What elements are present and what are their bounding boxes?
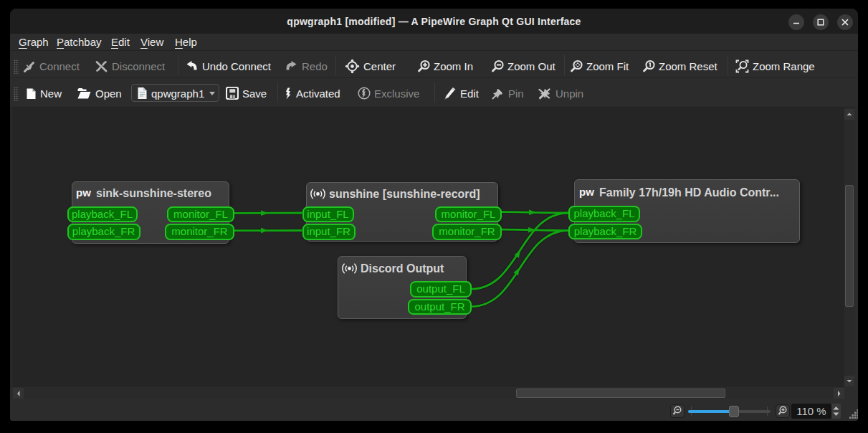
- svg-text:pw: pw: [579, 186, 594, 198]
- svg-text:pw: pw: [76, 187, 91, 199]
